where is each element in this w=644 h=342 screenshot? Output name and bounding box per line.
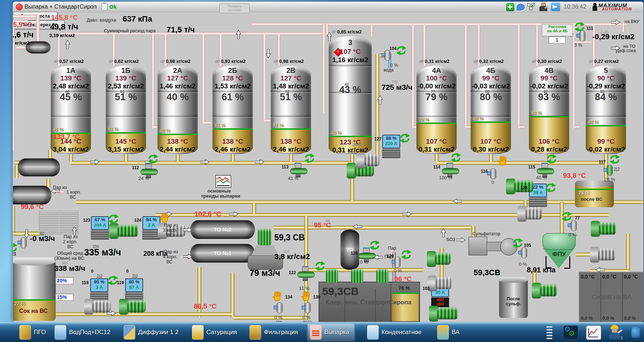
air-pressure-label: Давл. воздуха bbox=[87, 18, 116, 23]
process-canvas: dP0,57 кг/см21А139 °C2,48 кг/см24645 %45… bbox=[13, 12, 643, 322]
pump-gray[interactable] bbox=[356, 153, 379, 168]
setpoint-15-input[interactable] bbox=[55, 294, 73, 301]
pipe bbox=[517, 25, 520, 129]
valve-position-value: 0 bbox=[492, 180, 494, 185]
vfd-drive-119[interactable]: 80 %87 A bbox=[125, 278, 143, 302]
cut-input[interactable] bbox=[548, 36, 566, 43]
control-valve[interactable] bbox=[297, 266, 314, 281]
control-valve[interactable] bbox=[20, 237, 27, 248]
auto-mode-recycle-icon bbox=[148, 154, 159, 164]
control-valve[interactable] bbox=[579, 31, 585, 41]
vessel-3[interactable]: 3107 °C1,16 кг/см24243 %43 %123 °C0,31 к… bbox=[329, 36, 372, 154]
syrup-to-va-tank[interactable]: 0,0 °C0,0 °C0,0 °CСироп на ВА0,0 %0,0 %0… bbox=[579, 272, 643, 322]
to1-heat-exchanger[interactable]: ТО №1 bbox=[190, 244, 255, 263]
vessel-2В[interactable]: 2В127 °C1,48 кг/см25251 %51 %138 °C2,46 … bbox=[271, 66, 311, 154]
vfd-drive-127[interactable]: 88 %220 A bbox=[382, 135, 400, 158]
control-valve[interactable] bbox=[607, 165, 613, 176]
valve-number: 130 bbox=[313, 295, 320, 300]
vessel-2А[interactable]: 2А127 °C1,46 кг/см240 %40 %138 °C2,44 кг… bbox=[157, 66, 198, 154]
drive-number: 128 bbox=[520, 186, 527, 190]
menu-lines-icon[interactable] bbox=[547, 326, 552, 339]
taskbar-item-pgo[interactable]: ПГО bbox=[17, 324, 46, 341]
vessel-dp-label: dP0,62 кг/см2 bbox=[109, 59, 139, 64]
flash-tank-2 bbox=[13, 186, 51, 204]
juice-to-vs-tank[interactable]: 27 %Сок на ВС bbox=[13, 258, 56, 321]
mixer-level bbox=[392, 292, 419, 321]
alarm-indicator-icon[interactable] bbox=[16, 4, 23, 10]
taskbar-item-vodpod[interactable]: ВодПод+DC12 bbox=[52, 324, 110, 341]
vfd-drive-123[interactable]: 67 %204 A bbox=[91, 216, 109, 240]
pipe bbox=[252, 203, 256, 214]
vessel-dp-label: dP0,85 кг/см2 bbox=[332, 29, 362, 34]
control-valve[interactable] bbox=[394, 257, 401, 268]
pump-green[interactable] bbox=[532, 283, 557, 299]
control-valve[interactable] bbox=[571, 220, 577, 231]
va-icon bbox=[437, 325, 449, 339]
taskbar-item-filtracija[interactable]: Фильтрация bbox=[247, 324, 298, 341]
to-vessel[interactable]: ТО bbox=[341, 230, 359, 270]
service-worker-icon[interactable]: 1 bbox=[607, 324, 624, 341]
pump-green[interactable] bbox=[591, 221, 616, 237]
pump-green[interactable] bbox=[427, 251, 451, 267]
pump-green[interactable] bbox=[119, 299, 146, 315]
chat-icon[interactable] bbox=[516, 3, 526, 11]
brix-593: 59,3 СВ bbox=[274, 233, 305, 242]
flow-arrow-icon bbox=[374, 255, 383, 260]
control-valve[interactable] bbox=[490, 168, 496, 179]
steam3-label: 3 корп. bbox=[163, 228, 177, 233]
vfd-drive-118[interactable]: 95 %3 A bbox=[90, 278, 108, 302]
trends-button-icon[interactable] bbox=[215, 175, 231, 188]
vessel-dp-label: dP0,98 кг/см2 bbox=[274, 59, 304, 64]
auto-mode-recycle-icon bbox=[369, 240, 380, 250]
pump-gray[interactable] bbox=[517, 206, 542, 222]
vessel-4В[interactable]: 4В99 °C-0,02 кг/см29293 %93 %106 °C0,28 … bbox=[529, 66, 569, 154]
valve-number: 114 bbox=[433, 165, 440, 170]
pump-green[interactable] bbox=[429, 306, 458, 322]
vessel-dp-label: dP0,57 кг/см2 bbox=[54, 59, 84, 64]
auto-mode-recycle-icon bbox=[512, 238, 523, 248]
steam-flow-1: 21,6 т/ч bbox=[13, 31, 34, 39]
control-valve[interactable] bbox=[521, 248, 527, 258]
valve-number: 115 bbox=[528, 165, 535, 170]
taskbar-item-vyparka-active[interactable]: Выпарка bbox=[308, 324, 354, 341]
taskbar-item-diffuzii[interactable]: Диффузии 1 2 bbox=[122, 324, 178, 341]
taskbar-item-va[interactable]: ВА bbox=[435, 324, 460, 341]
vessel-4Б[interactable]: 4Б99 °C-0,03 кг/см28080 %80 %107 °C0,30 … bbox=[471, 66, 511, 154]
clipboard-icon[interactable] bbox=[101, 3, 108, 10]
taskbar: ПГО ВодПод+DC12 Диффузии 1 2 Сатурация Ф… bbox=[0, 322, 644, 342]
after-vs-tank[interactable]: 76 %после ВС bbox=[575, 181, 614, 207]
taskbar-item-saturacija[interactable]: Сатурация bbox=[190, 324, 237, 341]
vessel-2Б[interactable]: 2Б128 °C1,53 кг/см261 %61 %138 °C2,46 кг… bbox=[213, 66, 253, 154]
pump-gray[interactable] bbox=[428, 276, 451, 291]
settings-gears-icon[interactable]: ⚙ ⚙ bbox=[563, 325, 578, 340]
brix-593-sulf: 59,3СВ bbox=[474, 268, 501, 277]
engineer-icon[interactable] bbox=[538, 2, 549, 11]
steam3-label: ВС bbox=[166, 233, 173, 238]
pump-green[interactable] bbox=[506, 179, 533, 194]
control-valve[interactable] bbox=[277, 302, 283, 313]
pointer-hand-icon[interactable] bbox=[631, 327, 640, 338]
control-valve[interactable] bbox=[384, 50, 390, 61]
vessel-5[interactable]: 590 °C-0,29 кг/см28384 %84 %99 °C-0,02 к… bbox=[586, 66, 626, 154]
pump-gray[interactable] bbox=[590, 247, 615, 263]
flow-arrow-icon bbox=[183, 227, 192, 232]
taskbar-item-kondensatnoe[interactable]: Конденсатное bbox=[365, 324, 421, 341]
pump-green[interactable] bbox=[109, 223, 138, 239]
auto-mode-recycle-icon bbox=[13, 243, 18, 253]
standard-syrup-mixer-tank[interactable]: 76 %59,3СВКлер. меш. СтандартСиропа bbox=[319, 282, 420, 322]
network-status-icon[interactable]: ✓ bbox=[527, 3, 535, 10]
temp-99: 99,6 °C bbox=[21, 203, 44, 211]
setpoint-20-input[interactable] bbox=[55, 277, 73, 284]
valve-number: 113 bbox=[282, 165, 288, 170]
control-valve[interactable] bbox=[305, 302, 311, 313]
trends-chart-icon[interactable] bbox=[586, 325, 601, 340]
telegram-icon[interactable] bbox=[551, 3, 560, 11]
vessel-1А[interactable]: 1А139 °C2,48 кг/см24645 %45 %144 °C3,04 … bbox=[51, 66, 91, 154]
after-sulf-tank[interactable]: После сульф. bbox=[499, 277, 528, 318]
control-valve[interactable] bbox=[290, 163, 307, 177]
to2-heat-exchanger[interactable]: ТО №2 bbox=[190, 220, 255, 239]
vessel-1Б[interactable]: 1Б139 °C2,53 кг/см25151 %51 %145 °C3,15 … bbox=[106, 66, 146, 154]
add-icon[interactable] bbox=[506, 3, 514, 11]
vessel-4А[interactable]: 4А100 °C-0,00 кг/см27779 %79 %107 °C0,31… bbox=[416, 66, 457, 154]
temp-865: 86,5 °C bbox=[194, 303, 217, 310]
